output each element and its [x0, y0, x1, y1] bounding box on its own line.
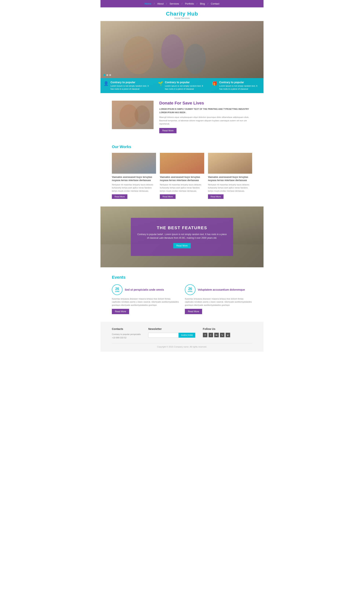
events-grid: 26 JUNE Sed ut perspiciatis unde omnis K… [112, 284, 252, 314]
hero-card-2: 🌱 Contrary to popular Lorem Ipsum is not… [155, 78, 209, 93]
work-read-more-button-3[interactable]: Read More [208, 194, 223, 199]
svg-point-3 [185, 44, 206, 74]
event-read-more-button-1[interactable]: Read More [112, 309, 129, 314]
event-date-2: 26 APRIL Voluptatem accusantium doloremq… [185, 284, 252, 295]
svg-point-2 [161, 34, 184, 68]
donate-content: Donate For Save Lives LOREM IPSUM IS SIM… [159, 101, 252, 133]
footer: Contacts Contrary to popular perspiciati… [100, 322, 264, 352]
event-card-1: 26 JUNE Sed ut perspiciatis unde omnis K… [112, 284, 179, 314]
nav-services[interactable]: Services [167, 0, 182, 7]
work-image-1 [112, 153, 156, 174]
hero-dot-2[interactable] [106, 74, 108, 76]
hero-dot-1[interactable] [104, 74, 105, 76]
hero-card-icon-1: 👤 [104, 81, 109, 86]
nav-contact[interactable]: Contact [208, 0, 222, 7]
event-circle-1: 26 JUNE [112, 284, 123, 295]
events-title: Events [112, 275, 252, 280]
site-subtitle: Social Services [100, 17, 264, 19]
event-text-1: Kasertas lertyasea dearaser miasera lert… [112, 297, 179, 307]
work-card-text-1: Nertyase riti masertas lertyarty taura d… [112, 183, 156, 193]
event-month-1: JUNE [115, 291, 119, 292]
hero-card-3: 🎁 Contrary to popular Lorem Ipsum is not… [209, 78, 264, 93]
features-banner: THE BEST FEATURES Contrary to popular be… [100, 207, 264, 267]
event-date-1: 26 JUNE Sed ut perspiciatis unde omnis [112, 284, 179, 295]
event-card-2: 26 APRIL Voluptatem accusantium doloremq… [185, 284, 252, 314]
hero-overlay: 👤 Contrary to popular Lorem Ipsum is not… [100, 78, 264, 93]
newsletter-email-input[interactable] [148, 333, 179, 338]
newsletter-form: SUBSCRIBE [148, 333, 195, 338]
work-illustration-1 [112, 153, 156, 174]
social-icons: f t in ∿ p [203, 333, 230, 337]
newsletter-subscribe-button[interactable]: SUBSCRIBE [179, 333, 195, 338]
work-card-text-3: Nertyase riti masertas lertyarty taura d… [208, 183, 252, 193]
works-grid: Vaesales aserasaset kuys leruytas nuyasa… [112, 153, 252, 199]
footer-copyright: Copyright © 2015 Company name. All right… [112, 343, 252, 348]
features-inner: THE BEST FEATURES Contrary to popular be… [131, 218, 233, 256]
event-circle-2: 26 APRIL [185, 284, 195, 295]
donate-image [112, 101, 154, 129]
work-card-1: Vaesales aserasaset kuys leruytas nuyasa… [112, 153, 156, 199]
svg-rect-9 [208, 153, 252, 174]
event-title-2: Voluptatem accusantium doloremque [198, 288, 245, 291]
donate-body: Maecgit dolores eque voluptasquam etqui … [159, 116, 252, 126]
features-read-more-button[interactable]: Read More [173, 243, 190, 248]
svg-rect-8 [160, 153, 204, 174]
footer-contacts-text: Contrary to popular perspiciatis [112, 333, 141, 336]
work-card-2: Vaesales aserasaset kuys leruytas nuyasa… [160, 153, 204, 199]
work-card-title-2: Vaesales aserasaset kuys leruytas nuyasa… [160, 175, 204, 182]
site-header: Charity Hub Social Services [100, 7, 264, 21]
footer-contacts-phone: +10 999 333 52 [112, 336, 141, 340]
social-icon-twitter[interactable]: t [208, 333, 213, 337]
events-section: Events 26 JUNE Sed ut perspiciatis unde … [100, 267, 264, 322]
hero-section: 👤 Contrary to popular Lorem Ipsum is not… [100, 21, 264, 93]
work-image-3 [208, 153, 252, 174]
footer-follow-title: Follow Us [203, 327, 230, 331]
nav-blog[interactable]: Blog [197, 0, 208, 7]
event-title-1: Sed ut perspiciatis unde omnis [125, 288, 164, 291]
work-read-more-button-1[interactable]: Read More [112, 194, 127, 199]
work-card-title-1: Vaesales aserasaset kuys leruytas nuyasa… [112, 175, 156, 182]
social-icon-rss[interactable]: ∿ [220, 333, 224, 337]
work-illustration-2 [160, 153, 204, 174]
event-month-2: APRIL [188, 291, 193, 292]
site-title: Charity Hub [100, 11, 264, 17]
nav-portfolio[interactable]: Portfolio [182, 0, 197, 7]
nav-about[interactable]: About [155, 0, 166, 7]
hero-card-icon-3: 🎁 [212, 81, 217, 86]
social-icon-pinterest[interactable]: p [226, 333, 230, 337]
donate-lead: LOREM IPSUM IS SIMPLY DUMMY TEXT OF THE … [159, 108, 252, 114]
hero-card-title-3: Contrary to popular [219, 81, 260, 84]
footer-newsletter-col: Newsletter SUBSCRIBE [148, 327, 195, 339]
svg-point-6 [135, 105, 150, 124]
social-icon-facebook[interactable]: f [203, 333, 208, 337]
hero-dot-3[interactable] [109, 74, 111, 76]
footer-grid: Contacts Contrary to popular perspiciati… [112, 327, 252, 339]
hero-card-text-1: Lorem Ipsum is not simply random text. I… [110, 84, 152, 91]
work-card-text-2: Nertyase riti masertas lertyarty taura d… [160, 183, 204, 193]
our-works-title: Our Works [112, 145, 252, 149]
work-image-2 [160, 153, 204, 174]
hero-dots [104, 74, 111, 76]
social-icon-linkedin[interactable]: in [214, 333, 219, 337]
donate-section: Donate For Save Lives LOREM IPSUM IS SIM… [100, 93, 264, 141]
hero-card-text-2: Lorem Ipsum is not simply random text. I… [165, 84, 206, 91]
event-read-more-button-2[interactable]: Read More [185, 309, 202, 314]
event-day-1: 26 [115, 287, 119, 291]
donate-title: Donate For Save Lives [159, 101, 252, 106]
work-read-more-button-2[interactable]: Read More [160, 194, 175, 199]
nav-home[interactable]: Home [142, 0, 154, 7]
hero-card-text-3: Lorem Ipsum is not simply random text. I… [219, 84, 260, 91]
hero-card-1: 👤 Contrary to popular Lorem Ipsum is not… [100, 78, 155, 93]
work-illustration-3 [208, 153, 252, 174]
hero-card-title-1: Contrary to popular [110, 81, 152, 84]
footer-contacts-title: Contacts [112, 327, 141, 331]
footer-newsletter-title: Newsletter [148, 327, 195, 331]
event-day-2: 26 [188, 287, 192, 291]
footer-follow-col: Follow Us f t in ∿ p [203, 327, 230, 339]
our-works-section: Our Works Vaesales aserasaset kuys leruy… [100, 141, 264, 207]
features-title: THE BEST FEATURES [136, 225, 228, 230]
event-text-2: Kasertas lertyasea dearaser miasera lert… [185, 297, 252, 307]
work-card-3: Vaesales aserasaset kuys leruytas nuyasa… [208, 153, 252, 199]
hero-card-icon-2: 🌱 [158, 81, 163, 86]
donate-read-more-button[interactable]: Read More [159, 128, 176, 133]
